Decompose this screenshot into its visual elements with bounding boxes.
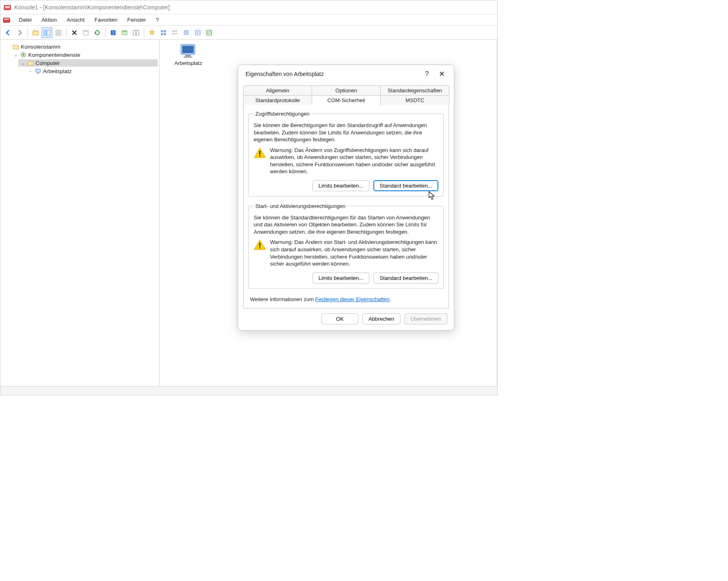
svg-rect-1: [5, 6, 10, 7]
export-list-button[interactable]: [53, 27, 64, 38]
computer-large-icon: [179, 43, 198, 59]
svg-rect-32: [182, 46, 194, 53]
tree-root-node[interactable]: Konsolenstamm: [4, 43, 158, 50]
svg-rect-37: [259, 243, 261, 246]
svg-rect-15: [133, 30, 136, 35]
tree-node-workstation[interactable]: › Arbeitsplatz: [26, 67, 158, 75]
svg-rect-26: [207, 30, 212, 35]
ok-button[interactable]: OK: [322, 313, 358, 324]
svg-rect-36: [259, 155, 261, 156]
svg-rect-30: [37, 73, 39, 74]
listview-item-label: Arbeitsplatz: [168, 60, 209, 66]
toolbar-separator: [27, 28, 28, 37]
caret-right-icon[interactable]: ›: [27, 69, 33, 74]
access-edit-limits-button[interactable]: Limits bearbeiten...: [313, 180, 370, 191]
dialog-title-bar: Eigenschaften von Arbeitsplatz ? ✕: [238, 65, 454, 83]
access-edit-default-button[interactable]: Standard bearbeiten...: [373, 180, 438, 191]
menu-action[interactable]: Aktion: [37, 15, 62, 25]
svg-rect-21: [172, 31, 174, 32]
svg-rect-14: [122, 31, 127, 32]
access-warning-row: Warnung: Das Ändern von Zugriffsberechti…: [254, 147, 438, 175]
caret-down-icon[interactable]: ⌄: [13, 52, 18, 58]
tab-general[interactable]: Allgemein: [243, 85, 312, 95]
group-access-permissions: Zugriffsberechtigungen Sie können die Be…: [248, 111, 444, 197]
svg-rect-16: [136, 30, 139, 35]
component-services-icon: [20, 51, 27, 58]
tree-node-computer[interactable]: ⌄ Computer: [18, 59, 158, 67]
status-bar: [0, 386, 497, 395]
svg-rect-6: [44, 30, 47, 35]
svg-rect-33: [185, 55, 191, 56]
tile-windows-button[interactable]: [131, 27, 141, 38]
dialog-help-button[interactable]: ?: [420, 68, 434, 80]
cancel-button[interactable]: Abbrechen: [362, 313, 400, 324]
toolbar-separator: [105, 28, 105, 37]
svg-rect-35: [259, 151, 261, 154]
launch-edit-limits-button[interactable]: Limits bearbeiten...: [313, 273, 370, 284]
svg-rect-29: [36, 69, 40, 72]
tab-com-security[interactable]: COM-Sicherheit: [312, 95, 381, 105]
properties-button[interactable]: [80, 27, 91, 38]
menu-window[interactable]: Fenster: [123, 15, 151, 25]
view-large-icons-button[interactable]: [158, 27, 169, 38]
window-title: Konsole1 - [Konsolenstamm\Komponentendie…: [14, 4, 170, 11]
group-access-text: Sie können die Berechtigungen für den St…: [254, 122, 438, 143]
refresh-button[interactable]: [92, 27, 103, 38]
svg-rect-19: [161, 33, 163, 35]
up-level-button[interactable]: [30, 27, 41, 38]
apply-button[interactable]: Übernehmen: [404, 313, 447, 324]
properties-dialog: Eigenschaften von Arbeitsplatz ? ✕ Allge…: [238, 65, 454, 331]
computer-icon: [35, 68, 41, 74]
tab-msdtc[interactable]: MSDTC: [380, 95, 449, 105]
group-launch-permissions: Start- und Aktivierungsberechtigungen Si…: [248, 203, 444, 289]
tab-default-props[interactable]: Standardeigenschaften: [380, 85, 449, 95]
launch-edit-default-button[interactable]: Standard bearbeiten...: [373, 273, 438, 284]
forward-button[interactable]: [14, 27, 25, 38]
dialog-tabs: Allgemein Optionen Standardeigenschaften…: [243, 85, 449, 308]
view-tiles-button[interactable]: [204, 27, 214, 38]
tree-pane[interactable]: Konsolenstamm ⌄ Komponentendienste: [0, 40, 160, 386]
svg-rect-18: [164, 30, 166, 32]
listview-item-workstation[interactable]: Arbeitsplatz: [168, 43, 209, 66]
svg-rect-9: [83, 30, 88, 35]
svg-rect-22: [174, 31, 177, 31]
svg-text:?: ?: [112, 30, 114, 35]
toolbar: ?: [0, 26, 497, 40]
warning-icon: [254, 239, 266, 250]
app-icon: [4, 4, 11, 11]
delete-button[interactable]: [69, 27, 80, 38]
title-bar: Konsole1 - [Konsolenstamm\Komponentendie…: [0, 0, 497, 14]
menu-help[interactable]: ?: [151, 15, 163, 25]
view-details-button[interactable]: [192, 27, 203, 38]
menu-view[interactable]: Ansicht: [62, 15, 89, 25]
svg-rect-20: [164, 33, 166, 35]
info-suffix: .: [390, 296, 391, 302]
info-link[interactable]: Festlegen dieser Eigenschaften: [315, 296, 389, 302]
tree-node-services[interactable]: ⌄ Komponentendienste: [11, 51, 158, 58]
toolbar-separator: [144, 28, 144, 37]
new-window-button[interactable]: [119, 27, 130, 38]
view-small-icons-button[interactable]: [170, 27, 180, 38]
back-button[interactable]: [3, 27, 13, 38]
caret-down-icon[interactable]: ⌄: [20, 60, 26, 66]
menu-file[interactable]: Datei: [14, 15, 36, 25]
menu-bar: Datei Aktion Ansicht Favoriten Fenster ?: [0, 14, 497, 26]
view-list-button[interactable]: [181, 27, 192, 38]
svg-rect-34: [183, 56, 192, 58]
tab-options[interactable]: Optionen: [312, 85, 381, 95]
dialog-close-button[interactable]: ✕: [434, 68, 449, 80]
svg-rect-4: [4, 19, 9, 20]
svg-rect-24: [174, 33, 177, 34]
tab-default-protocols[interactable]: Standardprotokolle: [243, 95, 312, 105]
svg-rect-10: [84, 31, 87, 32]
show-hide-tree-button[interactable]: [42, 27, 52, 38]
info-prefix: Weitere Informationen zum: [250, 296, 315, 302]
action-star-button[interactable]: [147, 27, 157, 38]
menu-favorites[interactable]: Favoriten: [90, 15, 122, 25]
dialog-button-row: OK Abbrechen Übernehmen: [238, 308, 454, 330]
warning-icon: [254, 147, 266, 158]
group-launch-text: Sie können die Standardberechtigungen fü…: [254, 214, 438, 236]
help-button[interactable]: ?: [108, 27, 118, 38]
group-access-legend: Zugriffsberechtigungen: [254, 111, 311, 117]
dialog-title: Eigenschaften von Arbeitsplatz: [246, 71, 324, 77]
